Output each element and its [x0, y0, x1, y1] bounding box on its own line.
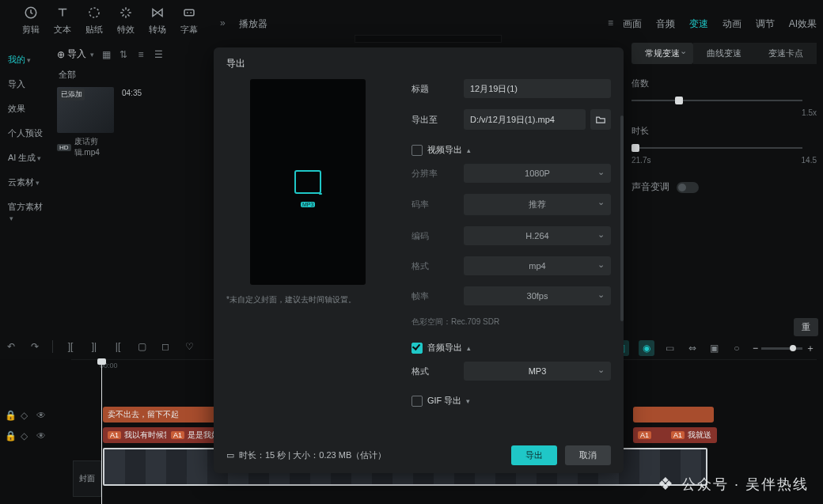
title-label: 标题	[412, 83, 454, 95]
align-icon[interactable]: ⇔	[686, 342, 699, 354]
lock-icon[interactable]: 🔒	[5, 430, 14, 440]
rate-label: 倍数	[631, 78, 817, 89]
pitch-toggle[interactable]	[677, 182, 699, 193]
sidebar-official[interactable]: 官方素材▾	[0, 195, 54, 229]
video-export-section[interactable]: 视频导出▴	[412, 144, 611, 156]
import-icon: ⊕	[57, 49, 65, 60]
left-sidebar: 我的▾ 导入 效果 个人预设 AI 生成▾ 云素材▾ 官方素材▾	[0, 0, 54, 332]
settings-icon[interactable]: ○	[730, 342, 743, 354]
dur-min: 21.7s	[631, 156, 650, 165]
tab-speed[interactable]: 变速	[689, 17, 708, 31]
track-controls: 🔒◇👁	[5, 430, 46, 440]
film-icon: ▭	[226, 450, 234, 460]
rate-slider[interactable]	[631, 94, 817, 107]
tool-fx[interactable]: 特效	[117, 5, 135, 36]
media-library: ⊕导入▾ ▦ ⇅ ≡ ☰ 全部 已添加 04:35 HD废话剪辑.mp4	[57, 44, 212, 158]
split-left-icon[interactable]: ]|	[88, 340, 101, 353]
tool-caption[interactable]: 字幕	[180, 5, 198, 36]
link-icon[interactable]: ◉	[639, 340, 654, 356]
delete-icon[interactable]: ▢	[135, 340, 148, 353]
mute-icon[interactable]: ◇	[21, 410, 30, 419]
grid-view-icon[interactable]: ▦	[101, 49, 112, 60]
fmt-select[interactable]: mp4	[464, 256, 611, 275]
screenshot-icon[interactable]: ▣	[708, 342, 721, 354]
sidebar-import[interactable]: 导入	[0, 72, 54, 97]
chevron-down-icon: ▾	[466, 397, 470, 405]
split-right-icon[interactable]: |[	[112, 340, 124, 353]
collapse-tools-icon[interactable]: »	[220, 17, 226, 28]
eye-icon[interactable]: 👁	[36, 430, 46, 440]
sidebar-cloud[interactable]: 云素材▾	[0, 170, 54, 195]
subtab-beat[interactable]: 变速卡点	[755, 43, 817, 64]
res-select[interactable]: 1080P	[464, 164, 611, 183]
sort-icon[interactable]: ⇅	[118, 49, 129, 60]
mark-icon[interactable]: ♡	[183, 340, 195, 353]
chevron-up-icon: ▴	[467, 344, 471, 352]
redo-icon[interactable]: ↷	[28, 340, 41, 353]
dur-max: 14.5	[802, 156, 817, 165]
text-clip[interactable]: 卖不出去，留下不起	[103, 407, 223, 423]
gif-export-section[interactable]: GIF 导出▾	[412, 395, 611, 407]
eye-icon[interactable]: 👁	[36, 410, 46, 419]
fps-select[interactable]: 30fps	[464, 286, 611, 305]
caption-clip[interactable]: A1我以有时候我	[103, 427, 174, 443]
tab-picture[interactable]: 画面	[623, 17, 642, 31]
mute-icon[interactable]: ◇	[21, 430, 30, 440]
sidebar-ai[interactable]: AI 生成▾	[0, 146, 54, 170]
sidebar-presets[interactable]: 个人预设	[0, 121, 54, 146]
bitrate-select[interactable]: 推荐	[464, 194, 611, 215]
scrollbar[interactable]	[620, 116, 624, 321]
list-icon[interactable]: ☰	[153, 49, 164, 60]
sidebar-mine[interactable]: 我的▾	[0, 47, 54, 72]
filter-icon[interactable]: ≡	[135, 49, 146, 60]
zoom-control[interactable]: −＋	[753, 342, 815, 355]
hd-badge: HD	[57, 144, 71, 151]
caption-icon	[181, 5, 197, 21]
subtab-normal[interactable]: 常规变速	[631, 43, 693, 64]
export-preview: MP3	[250, 79, 366, 285]
crop-icon[interactable]: ◻	[159, 340, 172, 353]
media-clip[interactable]: 已添加 04:35 HD废话剪辑.mp4	[57, 87, 114, 158]
gif-export-checkbox[interactable]	[412, 396, 423, 407]
tool-transition[interactable]: 转场	[149, 5, 166, 36]
tab-anim[interactable]: 动画	[722, 17, 741, 31]
audio-fmt-select[interactable]: MP3	[464, 362, 611, 381]
text-clip[interactable]	[633, 407, 676, 423]
undo-icon[interactable]: ↶	[5, 340, 17, 353]
lock-icon[interactable]: 🔒	[5, 410, 14, 419]
codec-select[interactable]: H.264	[464, 226, 611, 245]
title-input[interactable]	[464, 79, 611, 98]
tab-audio[interactable]: 音频	[656, 17, 675, 31]
tab-adjust[interactable]: 调节	[756, 17, 775, 31]
sticker-icon	[86, 5, 102, 21]
pitch-label: 声音变调	[631, 181, 669, 192]
audio-export-checkbox[interactable]	[412, 343, 423, 354]
media-file-icon	[294, 170, 321, 194]
tab-aifx[interactable]: AI效果	[789, 17, 817, 31]
import-button[interactable]: ⊕导入▾	[57, 47, 94, 61]
tool-sticker[interactable]: 贴纸	[85, 5, 103, 36]
split-icon[interactable]: ][	[64, 340, 77, 353]
audio-export-section[interactable]: 音频导出▴	[412, 342, 611, 354]
reset-button[interactable]: 重	[794, 318, 818, 336]
tool-text[interactable]: 文本	[54, 5, 71, 36]
cancel-button[interactable]: 取消	[565, 445, 611, 465]
path-input[interactable]	[464, 109, 586, 130]
video-export-checkbox[interactable]	[412, 145, 423, 156]
timeline-toolbar-left: ↶ ↷ ][ ]| |[ ▢ ◻ ♡	[5, 340, 195, 353]
browse-folder-button[interactable]	[590, 109, 611, 130]
cover-cell[interactable]: 封面	[73, 460, 101, 497]
sidebar-fx[interactable]: 效果	[0, 97, 54, 121]
caption-clip[interactable]: A1我就送	[666, 427, 717, 443]
svg-point-1	[89, 8, 99, 17]
export-info: 时长：15 秒 | 大小：0.23 MB（估计）	[239, 449, 386, 461]
player-menu-icon[interactable]: ≡	[608, 17, 613, 28]
text-clip[interactable]	[671, 407, 714, 423]
cover-note: *未自定义封面，建议去时间轴设置。	[226, 294, 389, 305]
library-all[interactable]: 全部	[59, 69, 212, 81]
preview-icon[interactable]: ▭	[664, 342, 677, 354]
dialog-title: 导出	[214, 47, 624, 80]
export-button[interactable]: 导出	[511, 445, 557, 465]
subtab-curve[interactable]: 曲线变速	[693, 43, 755, 64]
dur-slider[interactable]	[631, 142, 817, 154]
